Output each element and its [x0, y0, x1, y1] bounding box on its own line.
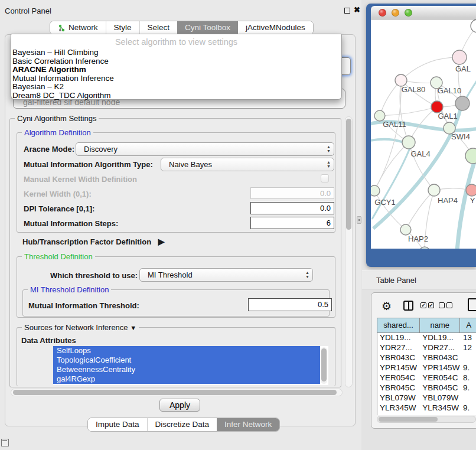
columns-icon[interactable]: [403, 301, 413, 311]
algorithm-option[interactable]: Mutual Information Inference: [11, 74, 341, 83]
algorithm-option[interactable]: Dream8 DC_TDC Algorithm: [11, 92, 341, 100]
close-panel-icon[interactable]: ✖: [354, 5, 360, 14]
hub-definition-toggle[interactable]: Hub/Transcription Factor Definition ▶: [22, 237, 165, 246]
network-node-y[interactable]: [466, 184, 476, 196]
attribute-list-item[interactable]: TopologicalCoefficient: [53, 356, 320, 365]
dpi-tolerance-field[interactable]: 0.0: [250, 202, 334, 214]
column-header-name[interactable]: name: [420, 318, 460, 332]
attribute-list-item[interactable]: SelfLoops: [53, 346, 320, 356]
mi-threshold-field[interactable]: 0.5: [248, 298, 332, 311]
algorithm-option[interactable]: Basic Correlation Inference: [11, 57, 341, 66]
minimize-window-icon[interactable]: [392, 9, 399, 17]
tab-infer-network[interactable]: Infer Network: [217, 418, 279, 431]
tab-discretize-data[interactable]: Discretize Data: [147, 418, 217, 431]
settings-vscroll-thumb[interactable]: [346, 119, 351, 230]
table-doc-icon[interactable]: [468, 298, 476, 311]
table-row[interactable]: YBR045CYBR045C9.: [377, 383, 476, 393]
column-header-partial[interactable]: A: [460, 318, 476, 332]
which-threshold-combo[interactable]: MI Threshold ▲▼: [139, 268, 313, 282]
network-node-gray[interactable]: [455, 96, 470, 110]
cyni-mode-tabbar: Impute Data Discretize Data Infer Networ…: [87, 418, 280, 432]
table-cell: YLR345W: [377, 403, 420, 413]
close-window-icon[interactable]: [379, 9, 386, 17]
algorithm-option[interactable]: Bayesian – K2: [11, 83, 341, 92]
tab-cyni-toolbox[interactable]: Cyni Toolbox: [177, 21, 238, 34]
network-edge[interactable]: [401, 57, 459, 80]
sources-group-title[interactable]: Sources for Network Inference ▼: [22, 323, 139, 332]
manual-kernel-width-checkbox[interactable]: [321, 174, 329, 182]
network-node-bigright[interactable]: [465, 148, 476, 164]
dock-panel-icon[interactable]: [1, 439, 9, 446]
network-window-titlebar[interactable]: [371, 6, 476, 19]
table-cell: YBL079W: [420, 393, 461, 403]
tab-impute-data[interactable]: Impute Data: [88, 418, 147, 431]
network-node-hap4[interactable]: [428, 184, 440, 196]
table-cell: YDL19...: [420, 333, 461, 343]
table-horizontal-scrollbar[interactable]: [377, 416, 476, 423]
checked-box-icon: ✓: [420, 302, 426, 308]
mi-steps-field[interactable]: 6: [250, 217, 334, 229]
network-node-gcy1[interactable]: [371, 185, 380, 196]
table-row[interactable]: YLR345WYLR345W9.: [377, 403, 476, 413]
tab-network[interactable]: Network: [50, 21, 106, 34]
mi-algorithm-type-label: Mutual Information Algorithm Type:: [24, 160, 153, 169]
network-node-ntop[interactable]: [471, 19, 476, 32]
network-node-hap2[interactable]: [400, 224, 411, 235]
table-cell: YDL19...: [377, 333, 420, 343]
mi-algorithm-type-value: Naive Bayes: [169, 160, 212, 169]
settings-vertical-scrollbar[interactable]: [345, 116, 353, 387]
attribute-list-item[interactable]: gal4RGexp: [53, 374, 320, 384]
table-row[interactable]: YPR145WYPR145W9.: [377, 363, 476, 373]
network-canvas[interactable]: GALGAL80GAL10GAL1GAL11SWI4GAL4GCY1HAP4YH…: [371, 19, 476, 249]
mi-threshold-definition-title: MI Threshold Definition: [28, 285, 111, 294]
network-node-label: GAL11: [383, 120, 406, 129]
table-row[interactable]: YBR043CYBR043C: [377, 353, 476, 363]
network-node-label: GAL10: [438, 86, 461, 95]
table-panel-titlebar[interactable]: Table Panel: [362, 270, 476, 289]
table-cell: YIL052C: [377, 413, 420, 415]
table-row[interactable]: YDL19...YDL19...13: [377, 333, 476, 343]
table-row[interactable]: YDR27...YDR27...12: [377, 343, 476, 353]
table-cell: YPR145W: [420, 363, 461, 373]
float-panel-icon[interactable]: [344, 8, 350, 14]
select-all-icon[interactable]: ✓ ✓: [420, 302, 434, 308]
network-canvas-svg: GALGAL80GAL10GAL1GAL11SWI4GAL4GCY1HAP4YH…: [371, 19, 476, 249]
settings-hscroll-thumb[interactable]: [13, 390, 337, 395]
gear-icon[interactable]: ⚙: [382, 299, 392, 313]
attribute-list-item[interactable]: BetweennessCentrality: [53, 365, 320, 374]
panel-divider-handle[interactable]: [357, 216, 361, 224]
tab-style[interactable]: Style: [106, 21, 139, 34]
network-node-gal1[interactable]: [431, 101, 443, 113]
table-cell: YBL079W: [377, 393, 420, 403]
tab-jactivemnodules[interactable]: jActiveMNodules: [238, 21, 313, 34]
algorithm-option[interactable]: Bayesian – Hill Climbing: [11, 48, 341, 57]
tab-select[interactable]: Select: [139, 21, 178, 34]
network-icon: [58, 24, 66, 32]
column-header-shared[interactable]: shared...: [377, 318, 420, 332]
algorithm-option[interactable]: ARACNE Algorithm: [11, 66, 341, 74]
network-node-label: GAL1: [438, 112, 457, 120]
table-row[interactable]: YER054CYER054C8.: [377, 373, 476, 383]
network-node-gal4[interactable]: [402, 136, 415, 149]
settings-horizontal-scrollbar[interactable]: [11, 389, 343, 396]
zoom-window-icon[interactable]: [405, 9, 412, 17]
expand-right-icon: ▶: [158, 237, 165, 246]
kernel-width-field[interactable]: 0.0: [250, 187, 334, 199]
network-node-gal80[interactable]: [395, 74, 407, 86]
data-attributes-list[interactable]: SelfLoopsTopologicalCoefficientBetweenne…: [53, 346, 328, 385]
mi-algorithm-type-combo[interactable]: Naive Bayes ▲▼: [161, 158, 334, 171]
network-edge[interactable]: [406, 190, 434, 230]
aracne-mode-combo[interactable]: Discovery ▲▼: [76, 142, 334, 156]
table-row[interactable]: YIL052CYIL052C9: [377, 413, 476, 415]
network-node-botnode[interactable]: [419, 247, 430, 249]
attributes-scrollbar[interactable]: [321, 347, 327, 384]
table-row[interactable]: YBL079WYBL079W: [377, 393, 476, 403]
table-hscroll-thumb[interactable]: [379, 417, 438, 422]
table-cell: 9.: [461, 363, 476, 373]
table-cell: YBR045C: [377, 383, 420, 393]
attributes-scrollbar-thumb[interactable]: [321, 348, 327, 381]
table-cell: [461, 393, 476, 403]
deselect-all-icon[interactable]: [439, 302, 452, 308]
apply-button[interactable]: Apply: [159, 399, 200, 412]
network-node-gal[interactable]: [452, 50, 467, 64]
